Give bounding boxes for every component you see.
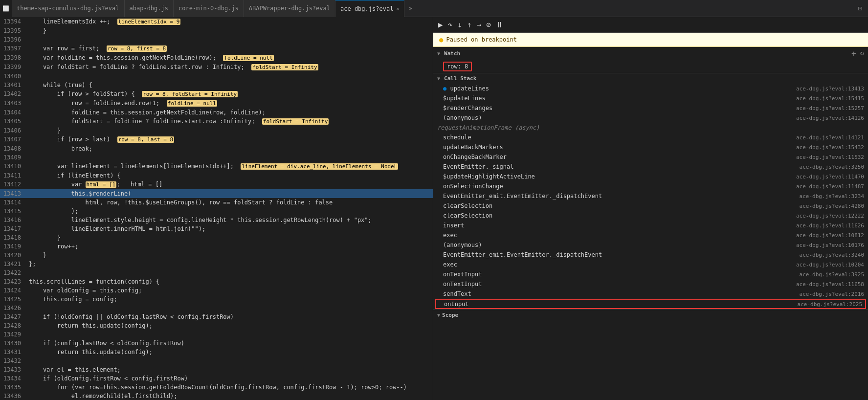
stack-item[interactable]: $renderChangesace-dbg.js?eval:15257 xyxy=(433,103,868,113)
line-number: 13418 xyxy=(0,233,27,242)
line-number: 13432 xyxy=(0,356,27,365)
stack-item[interactable]: onInputace-dbg.js?eval:2025 xyxy=(435,299,866,309)
watch-add-icon[interactable]: + xyxy=(851,49,856,58)
code-lines[interactable]: 13394 lineElementsIdx ++; lineElementsId… xyxy=(0,17,433,400)
line-content: while (true) { xyxy=(27,81,433,89)
tab-1-label: abap-dbg.js xyxy=(130,5,168,12)
line-number: 13404 xyxy=(0,108,27,117)
table-row: 13434 if (oldConfig.firstRow < config.fi… xyxy=(0,374,433,383)
watch-chevron-icon: ▼ xyxy=(437,51,440,56)
table-row: 13396 xyxy=(0,35,433,44)
stack-location: ace-dbg.js?eval:3240 xyxy=(800,252,864,258)
stack-name: exec xyxy=(443,261,457,268)
line-number: 13402 xyxy=(0,89,27,99)
line-number: 13412 xyxy=(0,180,27,189)
stack-item[interactable]: execace-dbg.js?eval:10812 xyxy=(433,230,868,240)
stack-item[interactable]: onTextInputace-dbg.js?eval:11658 xyxy=(433,279,868,289)
line-content: }; xyxy=(27,260,433,268)
stack-name: $updateHighlightActiveLine xyxy=(443,173,535,180)
stack-item[interactable]: updateBackMarkersace-dbg.js?eval:15432 xyxy=(433,142,868,152)
line-number: 13429 xyxy=(0,330,27,339)
stack-item[interactable]: requestAnimationFrame (async) xyxy=(433,123,868,133)
stack-item[interactable]: sendTextace-dbg.js?eval:2016 xyxy=(433,289,868,299)
expand-icon[interactable]: ⊡ xyxy=(856,3,864,13)
line-content: row++; xyxy=(27,242,433,251)
line-number: 13395 xyxy=(0,26,27,35)
stack-item[interactable]: (anonymous)ace-dbg.js?eval:14126 xyxy=(433,113,868,123)
call-stack-header[interactable]: ▼ Call Stack xyxy=(433,73,868,84)
stack-item[interactable]: EventEmitter_emit.EventEmitter._dispatch… xyxy=(433,191,868,201)
stack-name: exec xyxy=(443,232,457,239)
tab-4[interactable]: ace-dbg.js?eval ✕ xyxy=(335,0,404,17)
stack-item[interactable]: EventEmitter_emit.EventEmitter._dispatch… xyxy=(433,250,868,260)
step-btn[interactable]: → xyxy=(476,19,483,30)
stack-location: ace-dbg.js?eval:11487 xyxy=(796,183,864,190)
line-number: 13436 xyxy=(0,392,27,400)
table-row: 13405 foldStart = foldLine ? foldLine.st… xyxy=(0,117,433,126)
table-row: 13404 foldLine = this.session.getNextFol… xyxy=(0,108,433,117)
stack-item[interactable]: execace-dbg.js?eval:10204 xyxy=(433,260,868,269)
tab-close-icon[interactable]: ✕ xyxy=(396,6,399,11)
table-row: 13402 if (row > foldStart) { row = 8, fo… xyxy=(0,89,433,99)
stack-location: ace-dbg.js?eval:3234 xyxy=(800,193,864,200)
line-content xyxy=(27,268,433,277)
scope-header[interactable]: ▼ Scope xyxy=(433,310,868,320)
table-row: 13408 break; xyxy=(0,144,433,153)
table-row: 13394 lineElementsIdx ++; lineElementsId… xyxy=(0,17,433,26)
table-row: 13422 xyxy=(0,268,433,277)
table-row: 13400 xyxy=(0,72,433,81)
tab-1[interactable]: abap-dbg.js xyxy=(125,0,174,17)
right-panel: ▶ ↷ ↓ ↑ → ⊘ ⏸ ● Paused on breakpoint ▼ W… xyxy=(433,17,868,400)
line-number: 13409 xyxy=(0,153,27,162)
tab-overflow-icon[interactable]: » xyxy=(404,0,416,17)
stack-location: ace-dbg.js?eval:15257 xyxy=(796,105,864,111)
stack-item[interactable]: EventEmitter._signalace-dbg.js?eval:3250 xyxy=(433,162,868,172)
stack-item[interactable]: scheduleace-dbg.js?eval:14121 xyxy=(433,133,868,142)
stack-item[interactable]: updateLinesace-dbg.js?eval:13413 xyxy=(433,84,868,93)
table-row: 13398 var foldLine = this.session.getNex… xyxy=(0,53,433,63)
stack-item[interactable]: onTextInputace-dbg.js?eval:3925 xyxy=(433,269,868,279)
resume-btn[interactable]: ▶ xyxy=(437,19,444,30)
scope-title: Scope xyxy=(442,312,458,318)
line-number: 13411 xyxy=(0,171,27,180)
table-row: 13424 var oldConfig = this.config; xyxy=(0,286,433,295)
tab-3[interactable]: ABAPWrapper-dbg.js?eval xyxy=(244,0,335,17)
table-row: 13436 el.removeChild(el.firstChild); xyxy=(0,392,433,400)
stack-item[interactable]: insertace-dbg.js?eval:11626 xyxy=(433,221,868,230)
line-content: if (lineElement) { xyxy=(27,171,433,180)
stack-name: onChangeBackMarker xyxy=(443,154,507,160)
stack-name: requestAnimationFrame (async) xyxy=(437,124,540,131)
step-out-btn[interactable]: ↑ xyxy=(466,19,473,30)
stack-name: onSelectionChange xyxy=(443,183,503,190)
table-row: 13429 xyxy=(0,330,433,339)
stack-item[interactable]: (anonymous)ace-dbg.js?eval:10176 xyxy=(433,240,868,250)
stack-item[interactable]: $updateHighlightActiveLineace-dbg.js?eva… xyxy=(433,172,868,181)
table-row: 13425 this.config = config; xyxy=(0,295,433,304)
stack-location: ace-dbg.js?eval:2016 xyxy=(800,291,864,297)
watch-refresh-icon[interactable]: ↻ xyxy=(860,49,864,58)
step-into-btn[interactable]: ↓ xyxy=(456,19,463,30)
line-content: for (var row=this.session.getFoldedRowCo… xyxy=(27,383,433,392)
stack-name: updateLines xyxy=(443,85,489,92)
stack-item[interactable]: onSelectionChangeace-dbg.js?eval:11487 xyxy=(433,181,868,191)
stack-name: (anonymous) xyxy=(443,114,482,121)
code-area[interactable]: 13394 lineElementsIdx ++; lineElementsId… xyxy=(0,17,433,400)
stack-item[interactable]: clearSelectionace-dbg.js?eval:4280 xyxy=(433,201,868,211)
stack-item[interactable]: onChangeBackMarkerace-dbg.js?eval:11532 xyxy=(433,152,868,162)
call-stack-list[interactable]: updateLinesace-dbg.js?eval:13413$updateL… xyxy=(433,84,868,310)
tab-4-label: ace-dbg.js?eval xyxy=(340,5,393,12)
line-content: break; xyxy=(27,144,433,153)
table-row: 13420 } xyxy=(0,251,433,260)
table-row: 13407 if (row > last) row = 8, last = 8 xyxy=(0,135,433,144)
watch-header[interactable]: ▼ Watch + ↻ xyxy=(433,47,868,60)
stack-item[interactable]: $updateLinesace-dbg.js?eval:15415 xyxy=(433,93,868,103)
deactivate-btn[interactable]: ⊘ xyxy=(485,19,492,30)
stack-item[interactable]: clearSelectionace-dbg.js?eval:12222 xyxy=(433,211,868,221)
step-over-btn[interactable]: ↷ xyxy=(447,19,454,30)
tab-0[interactable]: theme-sap-cumulus-dbg.js?eval xyxy=(12,0,125,17)
pause-btn[interactable]: ⏸ xyxy=(495,19,505,30)
tab-2[interactable]: core-min-0-dbg.js xyxy=(174,0,244,17)
table-row: 13411 if (lineElement) { xyxy=(0,171,433,180)
line-number: 13430 xyxy=(0,339,27,348)
call-stack-title: ▼ Call Stack xyxy=(437,75,476,82)
